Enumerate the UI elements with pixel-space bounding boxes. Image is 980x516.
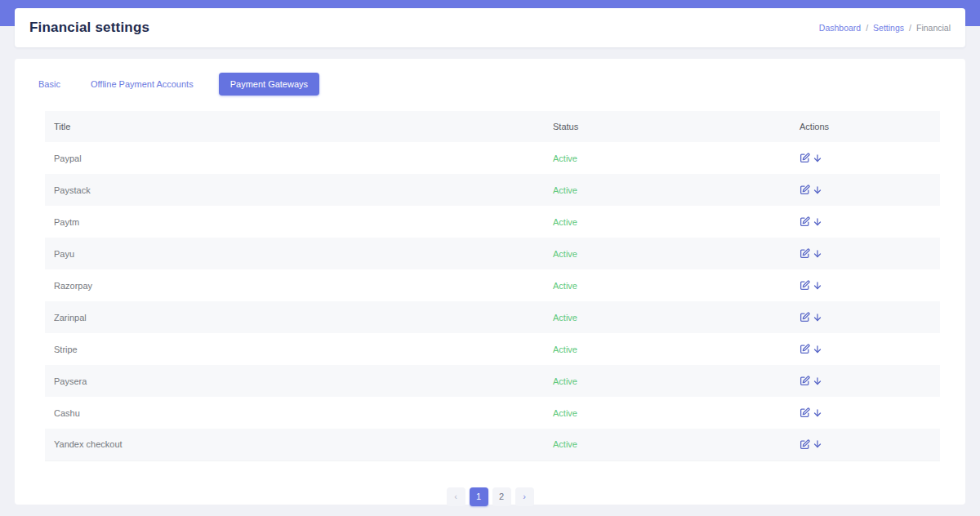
edit-icon[interactable]: [800, 312, 810, 322]
edit-icon[interactable]: [800, 153, 810, 163]
gateway-title: Razorpay: [45, 269, 553, 301]
table-header-row: Title Status Actions: [45, 111, 940, 142]
status-badge: Active: [553, 174, 800, 206]
table-row: Paytm Active: [45, 206, 940, 238]
gateways-table-wrap: Title Status Actions Paypal Active Payst…: [45, 111, 940, 461]
tab-bar: Basic Offline Payment Accounts Payment G…: [33, 73, 965, 96]
page-title: Financial settings: [29, 20, 149, 36]
tab-basic[interactable]: Basic: [33, 73, 69, 96]
table-row: Yandex checkout Active: [45, 429, 940, 460]
gateway-title: Paytm: [45, 206, 553, 238]
breadcrumb-settings[interactable]: Settings: [873, 23, 904, 33]
breadcrumb-current: Financial: [916, 23, 951, 33]
tab-payment-gateways[interactable]: Payment Gateways: [219, 73, 319, 96]
status-badge: Active: [553, 238, 800, 269]
breadcrumb-separator: /: [909, 23, 911, 33]
download-icon[interactable]: [813, 153, 822, 163]
gateways-table: Title Status Actions Paypal Active Payst…: [45, 111, 940, 461]
column-header-title: Title: [45, 111, 553, 142]
edit-icon[interactable]: [800, 344, 810, 354]
status-badge: Active: [553, 333, 800, 365]
edit-icon[interactable]: [800, 439, 810, 450]
download-icon[interactable]: [813, 185, 822, 195]
table-row: Zarinpal Active: [45, 301, 940, 333]
pagination-page-1[interactable]: 1: [470, 487, 488, 506]
status-badge: Active: [553, 142, 800, 174]
download-icon[interactable]: [813, 408, 822, 418]
gateway-title: Payu: [45, 238, 553, 269]
breadcrumb: Dashboard / Settings / Financial: [819, 23, 951, 33]
edit-icon[interactable]: [800, 407, 810, 418]
edit-icon[interactable]: [800, 185, 810, 195]
edit-icon[interactable]: [800, 376, 810, 386]
pagination-next-button[interactable]: ›: [515, 487, 534, 506]
gateway-title: Paysera: [45, 365, 553, 397]
table-row: Payu Active: [45, 238, 940, 269]
gateway-title: Cashu: [45, 397, 553, 429]
gateway-title: Yandex checkout: [45, 429, 553, 460]
page-header: Financial settings Dashboard / Settings …: [15, 8, 965, 47]
status-badge: Active: [553, 269, 800, 301]
status-badge: Active: [553, 365, 800, 397]
table-row: Paystack Active: [45, 174, 940, 206]
edit-icon[interactable]: [800, 280, 810, 291]
status-badge: Active: [553, 206, 800, 238]
download-icon[interactable]: [813, 249, 822, 259]
gateway-title: Paystack: [45, 174, 553, 206]
download-icon[interactable]: [813, 439, 822, 449]
table-row: Stripe Active: [45, 333, 940, 365]
gateway-title: Zarinpal: [45, 301, 553, 333]
status-badge: Active: [553, 301, 800, 333]
table-row: Razorpay Active: [45, 269, 940, 301]
status-badge: Active: [553, 429, 800, 460]
download-icon[interactable]: [813, 345, 822, 354]
edit-icon[interactable]: [800, 216, 810, 227]
download-icon[interactable]: [813, 217, 822, 227]
breadcrumb-dashboard[interactable]: Dashboard: [819, 23, 861, 33]
breadcrumb-separator: /: [866, 23, 868, 33]
table-row: Cashu Active: [45, 397, 940, 429]
column-header-actions: Actions: [800, 111, 940, 142]
column-header-status: Status: [553, 111, 800, 142]
download-icon[interactable]: [813, 313, 822, 322]
status-badge: Active: [553, 397, 800, 429]
pagination-page-2[interactable]: 2: [492, 487, 511, 506]
settings-card: Basic Offline Payment Accounts Payment G…: [15, 59, 965, 505]
tab-offline-payment-accounts[interactable]: Offline Payment Accounts: [86, 73, 203, 96]
edit-icon[interactable]: [800, 248, 810, 259]
download-icon[interactable]: [813, 281, 822, 291]
gateway-title: Stripe: [45, 333, 553, 365]
pagination-prev-button[interactable]: ‹: [447, 487, 466, 506]
table-body: Paypal Active Paystack Active Paytm Acti…: [45, 142, 940, 460]
table-row: Paysera Active: [45, 365, 940, 397]
gateway-title: Paypal: [45, 142, 553, 174]
pagination: ‹ 1 2 ›: [15, 487, 965, 506]
download-icon[interactable]: [813, 376, 822, 386]
table-row: Paypal Active: [45, 142, 940, 174]
